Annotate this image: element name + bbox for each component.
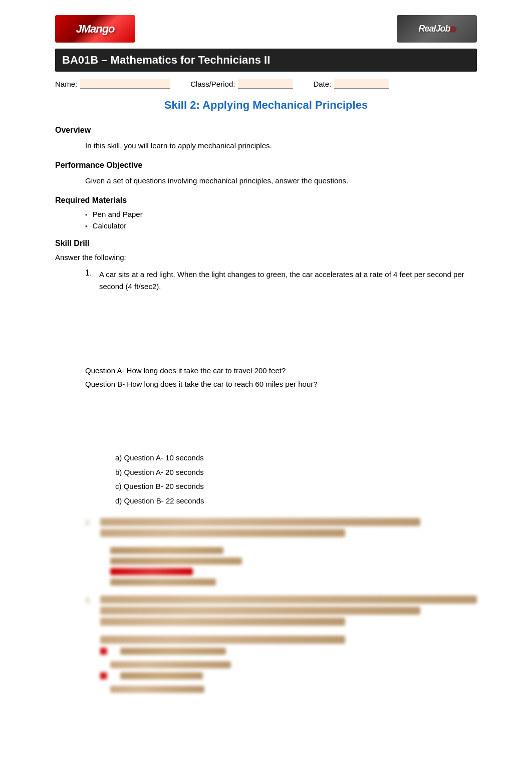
date-value[interactable] [334,79,389,89]
overview-heading: Overview [55,126,477,135]
logo-right: RealJobo [397,15,477,43]
sub-question-b: Question B- How long does it take the ca… [85,377,477,391]
date-label: Date: [313,80,331,88]
blurred-question-3: 3. [85,596,477,693]
overview-body: In this skill, you will learn to apply m… [85,140,477,152]
answer-space-1 [85,391,477,441]
sub-questions-1: Question A- How long does it take the ca… [85,364,477,391]
logo-left: JMango [55,15,135,43]
title-bar: BA01B – Mathematics for Technicians II [55,49,477,72]
work-space-1 [85,299,477,359]
choice-b: b) Question A- 20 seconds [115,465,477,480]
skill-title: Skill 2: Applying Mechanical Principles [55,99,477,112]
header: JMango RealJobo [55,15,477,43]
name-label: Name: [55,80,77,88]
choice-b-text: b) Question A- 20 seconds [115,468,204,476]
class-value[interactable] [238,79,293,89]
class-label: Class/Period: [190,80,235,88]
answer-instruction: Answer the following: [55,253,477,262]
performance-objective-heading: Performance Objective [55,161,477,170]
form-row: Name: Class/Period: Date: [55,79,477,89]
blurred-question-2: 2. [85,518,477,586]
list-item: ▪ Pen and Paper [85,210,477,218]
required-materials-heading: Required Materials [55,196,477,205]
choice-c-text: c) Question B- 20 seconds [115,482,204,490]
material-item-2: Calculator [93,221,127,230]
sub-question-a: Question A- How long does it take the ca… [85,364,477,377]
performance-objective-body: Given a set of questions involving mecha… [85,175,477,187]
question-1-text: A car sits at a red light. When the ligh… [99,269,477,293]
page: JMango RealJobo BA01B – Mathematics for … [0,0,532,782]
bullet-icon-1: ▪ [85,211,88,218]
list-item: ▪ Calculator [85,221,477,230]
question-1-block: 1. A car sits at a red light. When the l… [85,269,477,441]
choice-a: a) Question A- 10 seconds [115,451,477,465]
choice-d: d) Question B- 22 seconds [115,494,477,508]
name-value[interactable] [80,79,170,89]
skill-drill-heading: Skill Drill [55,239,477,248]
choice-a-text: a) Question A- 10 seconds [115,453,204,462]
material-item-1: Pen and Paper [93,210,143,218]
question-1-number: 1. [85,269,95,278]
materials-list: ▪ Pen and Paper ▪ Calculator [85,210,477,230]
question-1-row: 1. A car sits at a red light. When the l… [85,269,477,297]
bullet-icon-2: ▪ [85,222,88,230]
choice-d-text: d) Question B- 22 seconds [115,496,204,505]
choices-block-1: a) Question A- 10 seconds b) Question A-… [115,451,477,508]
title-bar-text: BA01B – Mathematics for Technicians II [62,54,270,66]
choice-c: c) Question B- 20 seconds [115,479,477,494]
